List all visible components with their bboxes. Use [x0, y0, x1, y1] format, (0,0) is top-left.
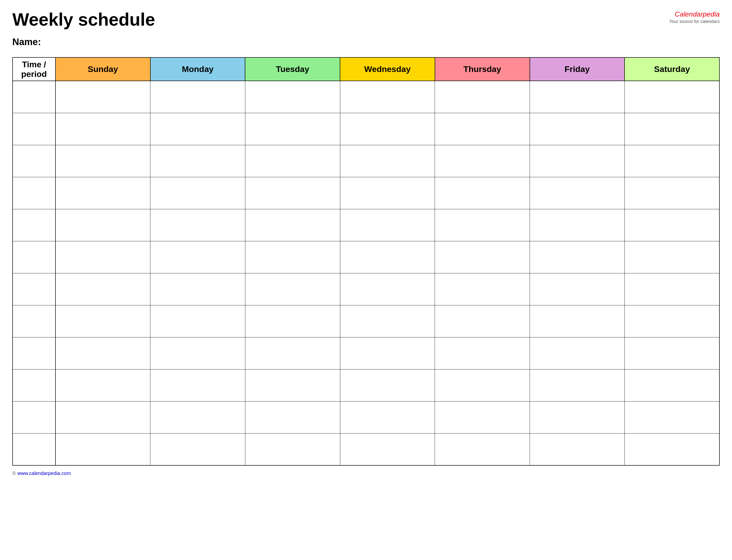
schedule-cell[interactable] [625, 401, 719, 433]
table-row [13, 433, 719, 465]
schedule-cell[interactable] [245, 177, 340, 209]
schedule-cell[interactable] [625, 177, 719, 209]
schedule-cell[interactable] [150, 177, 245, 209]
time-cell[interactable] [13, 209, 55, 241]
schedule-cell[interactable] [340, 401, 435, 433]
schedule-cell[interactable] [625, 273, 719, 305]
schedule-cell[interactable] [245, 369, 340, 401]
schedule-cell[interactable] [435, 369, 530, 401]
schedule-cell[interactable] [55, 401, 150, 433]
schedule-cell[interactable] [530, 209, 625, 241]
schedule-cell[interactable] [245, 305, 340, 337]
schedule-cell[interactable] [340, 241, 435, 273]
schedule-cell[interactable] [340, 113, 435, 145]
schedule-cell[interactable] [435, 177, 530, 209]
schedule-cell[interactable] [340, 145, 435, 177]
time-cell[interactable] [13, 369, 55, 401]
schedule-cell[interactable] [150, 145, 245, 177]
schedule-cell[interactable] [55, 209, 150, 241]
schedule-cell[interactable] [150, 305, 245, 337]
schedule-cell[interactable] [625, 241, 719, 273]
schedule-cell[interactable] [340, 81, 435, 113]
schedule-cell[interactable] [625, 113, 719, 145]
schedule-cell[interactable] [435, 273, 530, 305]
schedule-cell[interactable] [245, 241, 340, 273]
time-cell[interactable] [13, 337, 55, 369]
schedule-cell[interactable] [530, 337, 625, 369]
schedule-cell[interactable] [245, 433, 340, 465]
schedule-cell[interactable] [530, 113, 625, 145]
page-title: Weekly schedule [12, 10, 669, 29]
schedule-cell[interactable] [435, 113, 530, 145]
schedule-cell[interactable] [55, 369, 150, 401]
time-cell[interactable] [13, 241, 55, 273]
schedule-cell[interactable] [245, 401, 340, 433]
schedule-cell[interactable] [625, 433, 719, 465]
schedule-cell[interactable] [530, 433, 625, 465]
schedule-cell[interactable] [150, 273, 245, 305]
schedule-cell[interactable] [530, 177, 625, 209]
schedule-cell[interactable] [435, 433, 530, 465]
schedule-cell[interactable] [55, 305, 150, 337]
schedule-cell[interactable] [340, 337, 435, 369]
schedule-cell[interactable] [435, 241, 530, 273]
schedule-cell[interactable] [625, 81, 719, 113]
schedule-cell[interactable] [55, 145, 150, 177]
schedule-cell[interactable] [530, 369, 625, 401]
schedule-cell[interactable] [435, 337, 530, 369]
schedule-cell[interactable] [55, 113, 150, 145]
schedule-cell[interactable] [530, 305, 625, 337]
schedule-cell[interactable] [245, 337, 340, 369]
schedule-cell[interactable] [150, 369, 245, 401]
schedule-cell[interactable] [150, 209, 245, 241]
schedule-cell[interactable] [530, 401, 625, 433]
time-cell[interactable] [13, 273, 55, 305]
schedule-cell[interactable] [245, 145, 340, 177]
schedule-cell[interactable] [340, 209, 435, 241]
schedule-cell[interactable] [625, 369, 719, 401]
schedule-cell[interactable] [625, 209, 719, 241]
schedule-cell[interactable] [340, 305, 435, 337]
schedule-cell[interactable] [150, 113, 245, 145]
footer-link[interactable]: www.calendarpedia.com [17, 471, 71, 476]
schedule-cell[interactable] [245, 81, 340, 113]
schedule-cell[interactable] [340, 369, 435, 401]
schedule-cell[interactable] [530, 241, 625, 273]
schedule-cell[interactable] [435, 145, 530, 177]
schedule-cell[interactable] [245, 209, 340, 241]
schedule-cell[interactable] [435, 401, 530, 433]
schedule-cell[interactable] [340, 273, 435, 305]
schedule-cell[interactable] [150, 337, 245, 369]
schedule-cell[interactable] [435, 305, 530, 337]
schedule-cell[interactable] [55, 81, 150, 113]
schedule-cell[interactable] [625, 145, 719, 177]
schedule-cell[interactable] [340, 433, 435, 465]
schedule-cell[interactable] [530, 145, 625, 177]
schedule-cell[interactable] [150, 241, 245, 273]
time-cell[interactable] [13, 401, 55, 433]
time-cell[interactable] [13, 433, 55, 465]
schedule-cell[interactable] [55, 241, 150, 273]
schedule-cell[interactable] [435, 209, 530, 241]
schedule-cell[interactable] [150, 401, 245, 433]
schedule-cell[interactable] [340, 177, 435, 209]
schedule-cell[interactable] [150, 81, 245, 113]
col-header-monday: Monday [150, 57, 245, 81]
schedule-cell[interactable] [150, 433, 245, 465]
schedule-cell[interactable] [625, 337, 719, 369]
schedule-cell[interactable] [530, 273, 625, 305]
schedule-cell[interactable] [625, 305, 719, 337]
schedule-cell[interactable] [55, 433, 150, 465]
schedule-cell[interactable] [245, 273, 340, 305]
schedule-cell[interactable] [55, 273, 150, 305]
schedule-cell[interactable] [530, 81, 625, 113]
time-cell[interactable] [13, 177, 55, 209]
schedule-cell[interactable] [245, 113, 340, 145]
schedule-cell[interactable] [435, 81, 530, 113]
schedule-cell[interactable] [55, 337, 150, 369]
time-cell[interactable] [13, 305, 55, 337]
schedule-cell[interactable] [55, 177, 150, 209]
time-cell[interactable] [13, 81, 55, 113]
time-cell[interactable] [13, 113, 55, 145]
time-cell[interactable] [13, 145, 55, 177]
